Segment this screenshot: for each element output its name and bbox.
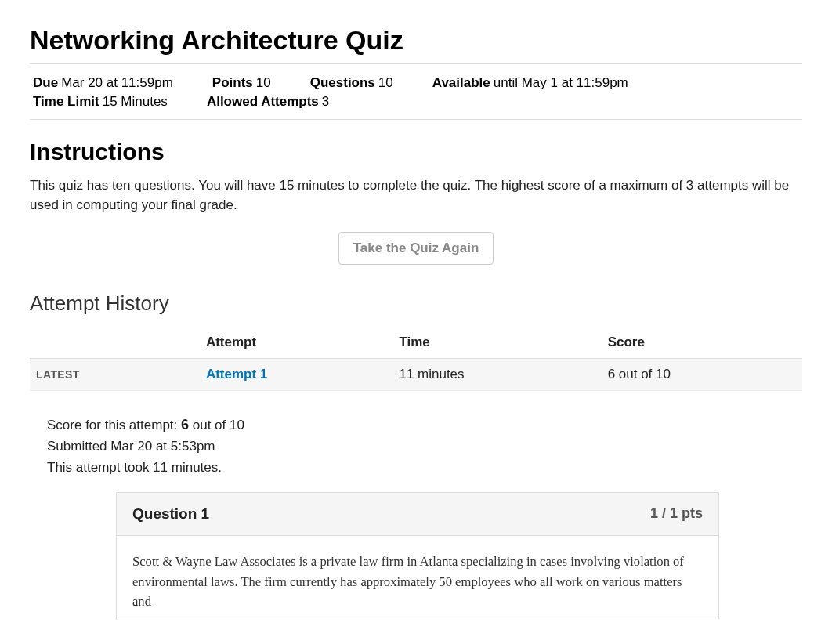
- attempt-detail: Score for this attempt: 6 out of 10 Subm…: [47, 414, 802, 478]
- row-time: 11 minutes: [392, 359, 601, 391]
- attempt-submitted: Submitted Mar 20 at 5:53pm: [47, 436, 802, 457]
- instructions-text: This quiz has ten questions. You will ha…: [30, 176, 802, 215]
- attempt-score-value: 6: [181, 417, 189, 432]
- attempt-link[interactable]: Attempt 1: [206, 367, 267, 382]
- table-row: LATEST Attempt 1 11 minutes 6 out of 10: [30, 359, 802, 391]
- attempt-history-table: Attempt Time Score LATEST Attempt 1 11 m…: [30, 327, 802, 391]
- attempt-history-heading: Attempt History: [30, 291, 802, 316]
- question-body: Scott & Wayne Law Associates is a privat…: [117, 536, 718, 620]
- divider: [30, 119, 802, 120]
- attempt-score-line: Score for this attempt: 6 out of 10: [47, 414, 802, 436]
- quiz-meta: DueMar 20 at 11:59pm Points10 Questions1…: [30, 69, 802, 114]
- meta-timelimit-value: 15 Minutes: [103, 94, 168, 109]
- meta-questions-label: Questions: [310, 75, 375, 90]
- attempt-score-suffix: out of 10: [189, 418, 244, 432]
- page-title: Networking Architecture Quiz: [30, 25, 802, 56]
- meta-due: DueMar 20 at 11:59pm: [33, 75, 173, 91]
- row-tag: LATEST: [30, 359, 200, 391]
- take-again-row: Take the Quiz Again: [30, 232, 802, 265]
- meta-available-label: Available: [432, 75, 490, 90]
- row-score: 6 out of 10: [602, 359, 802, 391]
- meta-timelimit: Time Limit15 Minutes: [33, 94, 168, 110]
- question-header: Question 1 1 / 1 pts: [117, 493, 718, 536]
- latest-badge: LATEST: [36, 368, 80, 381]
- question-title: Question 1: [132, 505, 209, 523]
- question-card: Question 1 1 / 1 pts Scott & Wayne Law A…: [116, 492, 719, 620]
- attempt-score-prefix: Score for this attempt:: [47, 418, 181, 432]
- take-quiz-again-button[interactable]: Take the Quiz Again: [338, 232, 494, 265]
- divider: [30, 63, 802, 64]
- meta-timelimit-label: Time Limit: [33, 94, 99, 109]
- meta-questions: Questions10: [310, 75, 393, 91]
- table-header-row: Attempt Time Score: [30, 327, 802, 359]
- meta-attempts-value: 3: [322, 94, 329, 109]
- attempt-duration: This attempt took 11 minutes.: [47, 458, 802, 478]
- table-header-time: Time: [392, 327, 601, 359]
- table-header-score: Score: [602, 327, 802, 359]
- meta-available: Availableuntil May 1 at 11:59pm: [432, 75, 628, 91]
- meta-points: Points10: [212, 75, 271, 91]
- table-header-blank: [30, 327, 200, 359]
- instructions-heading: Instructions: [30, 139, 802, 165]
- meta-available-value: until May 1 at 11:59pm: [494, 75, 628, 90]
- meta-attempts: Allowed Attempts3: [207, 94, 329, 110]
- question-points: 1 / 1 pts: [650, 505, 703, 522]
- meta-due-value: Mar 20 at 11:59pm: [61, 75, 173, 90]
- meta-points-value: 10: [256, 75, 271, 90]
- meta-attempts-label: Allowed Attempts: [207, 94, 319, 109]
- meta-questions-value: 10: [378, 75, 393, 90]
- meta-due-label: Due: [33, 75, 58, 90]
- meta-points-label: Points: [212, 75, 253, 90]
- table-header-attempt: Attempt: [200, 327, 393, 359]
- row-attempt: Attempt 1: [200, 359, 393, 391]
